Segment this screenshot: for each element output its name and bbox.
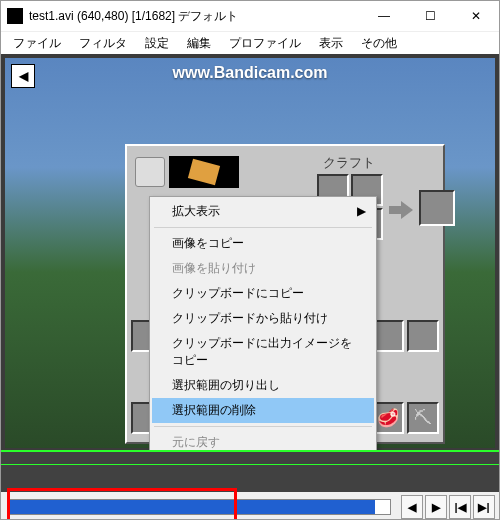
app-icon	[7, 8, 23, 24]
menubar: ファイル フィルタ 設定 編集 プロファイル 表示 その他	[1, 32, 499, 54]
ctx-paste-image: 画像を貼り付け	[152, 256, 374, 281]
ctx-separator	[154, 227, 372, 228]
menu-profile[interactable]: プロファイル	[221, 33, 309, 54]
ctx-cut-selection[interactable]: 選択範囲の切り出し	[152, 373, 374, 398]
annotation-highlight	[7, 488, 237, 520]
menu-filter[interactable]: フィルタ	[71, 33, 135, 54]
close-button[interactable]: ✕	[453, 1, 499, 31]
last-frame-button[interactable]: ▶|	[473, 495, 495, 519]
app-window: test1.avi (640,480) [1/1682] デフォルト — ☐ ✕…	[0, 0, 500, 520]
menu-view[interactable]: 表示	[311, 33, 351, 54]
watermark-text: www.Bandicam.com	[5, 64, 495, 82]
ctx-delete-selection[interactable]: 選択範囲の削除	[152, 398, 374, 423]
menu-file[interactable]: ファイル	[5, 33, 69, 54]
menu-other[interactable]: その他	[353, 33, 405, 54]
first-frame-button[interactable]: |◀	[449, 495, 471, 519]
timeline-area: ◀ ▶ |◀ ▶|	[1, 450, 499, 520]
maximize-button[interactable]: ☐	[407, 1, 453, 31]
craft-label: クラフト	[323, 154, 375, 172]
player-face-icon	[135, 157, 165, 187]
hotbar-slot[interactable]: ⛏	[407, 402, 439, 434]
ctx-copy-output[interactable]: クリップボードに出力イメージをコピー	[152, 331, 374, 373]
ctx-zoom[interactable]: 拡大表示▶	[152, 199, 374, 224]
ctx-separator	[154, 426, 372, 427]
ctx-copy-image[interactable]: 画像をコピー	[152, 231, 374, 256]
submenu-arrow-icon: ▶	[357, 204, 366, 218]
craft-result-slot[interactable]	[419, 190, 455, 226]
timeline-ruler[interactable]	[1, 452, 499, 465]
titlebar[interactable]: test1.avi (640,480) [1/1682] デフォルト — ☐ ✕	[1, 1, 499, 32]
ctx-label: 拡大表示	[172, 204, 220, 218]
next-frame-button[interactable]: ▶	[425, 495, 447, 519]
craft-arrow-icon	[389, 201, 415, 219]
menu-edit[interactable]: 編集	[179, 33, 219, 54]
ctx-copy-clipboard[interactable]: クリップボードにコピー	[152, 281, 374, 306]
prev-frame-button[interactable]: ◀	[401, 495, 423, 519]
content-area: ◀ www.Bandicam.com クラフト	[1, 54, 499, 450]
minimize-button[interactable]: —	[361, 1, 407, 31]
window-title: test1.avi (640,480) [1/1682] デフォルト	[29, 8, 361, 25]
player-skin-preview	[169, 156, 239, 188]
inv-slot[interactable]	[407, 320, 439, 352]
menu-settings[interactable]: 設定	[137, 33, 177, 54]
ctx-paste-clipboard[interactable]: クリップボードから貼り付け	[152, 306, 374, 331]
